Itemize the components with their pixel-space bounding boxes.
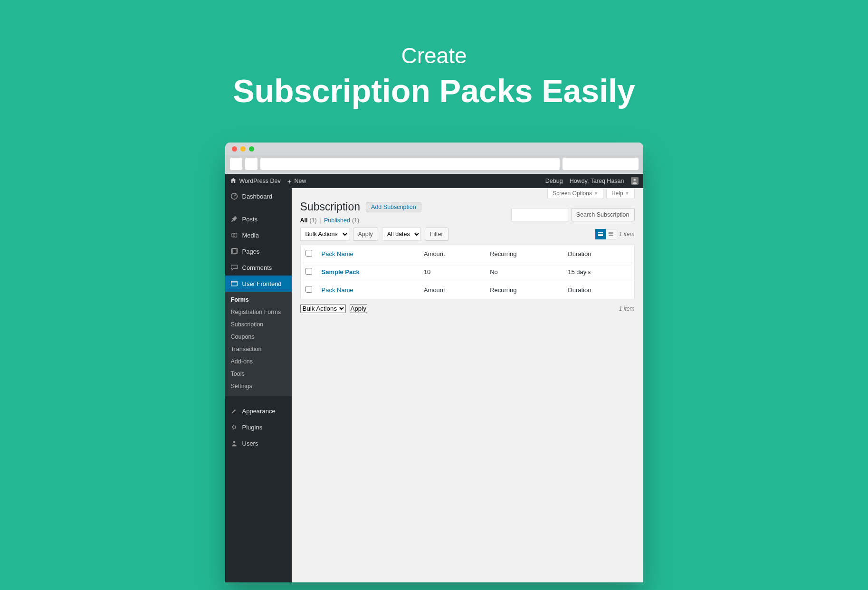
tablenav-top: Bulk Actions Apply All dates Filter: [300, 228, 635, 241]
sidebar-item-plugins[interactable]: Plugins: [225, 419, 292, 435]
row-duration: 15 day's: [563, 263, 634, 281]
window-close-icon[interactable]: [232, 146, 237, 152]
submenu-item-transaction[interactable]: Transaction: [225, 343, 292, 355]
adminbar-howdy[interactable]: Howdy, Tareq Hasan: [570, 178, 624, 184]
sidebar-item-users[interactable]: Users: [225, 435, 292, 451]
submenu-item-registration-forms[interactable]: Registration Forms: [225, 306, 292, 318]
adminbar-new-link[interactable]: + New: [287, 177, 306, 185]
dashboard-icon: [230, 192, 238, 200]
sidebar-item-label: User Frontend: [242, 280, 282, 287]
address-bar[interactable]: [260, 158, 560, 170]
window-zoom-icon[interactable]: [249, 146, 254, 152]
comment-icon: [230, 263, 238, 272]
item-count-bottom: 1 item: [619, 305, 635, 312]
table-header-row: Pack Name Amount Recurring Duration: [300, 245, 634, 263]
bulk-actions-select[interactable]: Bulk Actions: [300, 228, 349, 241]
adminbar-site-link[interactable]: WordPress Dev: [230, 177, 281, 185]
sidebar-submenu: Forms Registration Forms Subscription Co…: [225, 292, 292, 396]
user-icon: [230, 439, 238, 447]
pin-icon: [230, 215, 238, 223]
avatar-icon[interactable]: [631, 177, 639, 185]
column-pack-name[interactable]: Pack Name: [317, 245, 419, 263]
submenu-item-settings[interactable]: Settings: [225, 380, 292, 392]
admin-sidebar: Dashboard Posts Media Pages: [225, 188, 292, 582]
window-titlebar: [225, 143, 643, 155]
sidebar-item-posts[interactable]: Posts: [225, 211, 292, 227]
help-label: Help: [611, 190, 623, 197]
column-amount: Amount: [419, 245, 485, 263]
plus-icon: +: [287, 177, 292, 185]
home-icon: [230, 177, 237, 185]
submenu-item-forms[interactable]: Forms: [225, 294, 292, 306]
submenu-item-subscription[interactable]: Subscription: [225, 318, 292, 331]
screen-options-tab[interactable]: Screen Options ▼: [547, 188, 603, 199]
frontend-icon: [230, 279, 238, 288]
svg-rect-12: [609, 232, 613, 234]
table-row: Sample Pack 10 No 15 day's: [300, 263, 634, 281]
window-minimize-icon[interactable]: [240, 146, 246, 152]
svg-rect-9: [598, 232, 603, 233]
plug-icon: [230, 423, 238, 431]
hero-line1: Create: [0, 43, 868, 68]
svg-point-0: [633, 179, 636, 181]
sidebar-item-appearance[interactable]: Appearance: [225, 403, 292, 419]
screen-options-label: Screen Options: [553, 190, 592, 197]
sidebar-item-label: Comments: [242, 264, 272, 271]
svg-rect-6: [231, 281, 237, 286]
sidebar-item-user-frontend[interactable]: User Frontend: [225, 276, 292, 292]
sidebar-item-label: Plugins: [242, 424, 263, 431]
browser-tab-button[interactable]: [245, 158, 258, 170]
brush-icon: [230, 407, 238, 415]
adminbar-site-name: WordPress Dev: [239, 178, 281, 184]
table-footer-row: Pack Name Amount Recurring Duration: [300, 281, 634, 299]
submenu-item-tools[interactable]: Tools: [225, 368, 292, 380]
column-recurring: Recurring: [485, 245, 563, 263]
sidebar-item-media[interactable]: Media: [225, 227, 292, 243]
row-pack-name-link[interactable]: Sample Pack: [322, 268, 360, 276]
filter-all-label[interactable]: All: [300, 217, 308, 224]
browser-tab-button[interactable]: [230, 158, 242, 170]
svg-point-8: [233, 441, 235, 443]
tablenav-bottom: Bulk Actions Apply 1 item: [300, 304, 635, 313]
submenu-item-coupons[interactable]: Coupons: [225, 331, 292, 343]
column-amount: Amount: [419, 281, 485, 299]
column-duration: Duration: [563, 245, 634, 263]
date-filter-select[interactable]: All dates: [382, 228, 421, 241]
apply-button[interactable]: Apply: [353, 228, 378, 241]
search-input[interactable]: [511, 208, 568, 221]
row-recurring: No: [485, 263, 563, 281]
view-excerpt-icon[interactable]: [606, 229, 616, 239]
sidebar-item-comments[interactable]: Comments: [225, 259, 292, 276]
adminbar-debug-link[interactable]: Debug: [545, 178, 563, 184]
submenu-item-add-ons[interactable]: Add-ons: [225, 355, 292, 368]
filter-all-count: (1): [309, 217, 316, 224]
view-list-icon[interactable]: [595, 229, 606, 239]
content-area: Screen Options ▼ Help ▼ Subscription Add…: [292, 188, 643, 582]
column-pack-name[interactable]: Pack Name: [317, 281, 419, 299]
svg-point-2: [231, 233, 235, 237]
apply-button-bottom[interactable]: Apply: [350, 304, 367, 313]
browser-toolbar: [225, 155, 643, 174]
secondary-bar[interactable]: [563, 158, 639, 170]
sidebar-item-label: Users: [242, 440, 258, 447]
select-all-checkbox-bottom[interactable]: [305, 286, 312, 293]
browser-window: WordPress Dev + New Debug Howdy, Tareq H…: [225, 143, 643, 582]
page-title: Subscription: [300, 200, 361, 213]
svg-rect-10: [598, 234, 603, 235]
sidebar-item-dashboard[interactable]: Dashboard: [225, 188, 292, 204]
bulk-actions-select-bottom[interactable]: Bulk Actions: [300, 304, 346, 313]
select-all-checkbox[interactable]: [305, 250, 312, 257]
sidebar-item-pages[interactable]: Pages: [225, 243, 292, 259]
row-checkbox[interactable]: [305, 268, 312, 275]
search-button[interactable]: Search Subscription: [571, 208, 635, 221]
filter-button[interactable]: Filter: [425, 228, 448, 241]
sidebar-item-label: Pages: [242, 248, 260, 255]
view-switch: [595, 229, 616, 239]
media-icon: [230, 231, 238, 239]
svg-rect-13: [609, 235, 613, 236]
item-count-top: 1 item: [619, 231, 635, 238]
add-subscription-button[interactable]: Add Subscription: [366, 202, 421, 212]
filter-published-count: (1): [352, 217, 359, 224]
filter-published-link[interactable]: Published: [324, 217, 350, 224]
help-tab[interactable]: Help ▼: [606, 188, 635, 199]
